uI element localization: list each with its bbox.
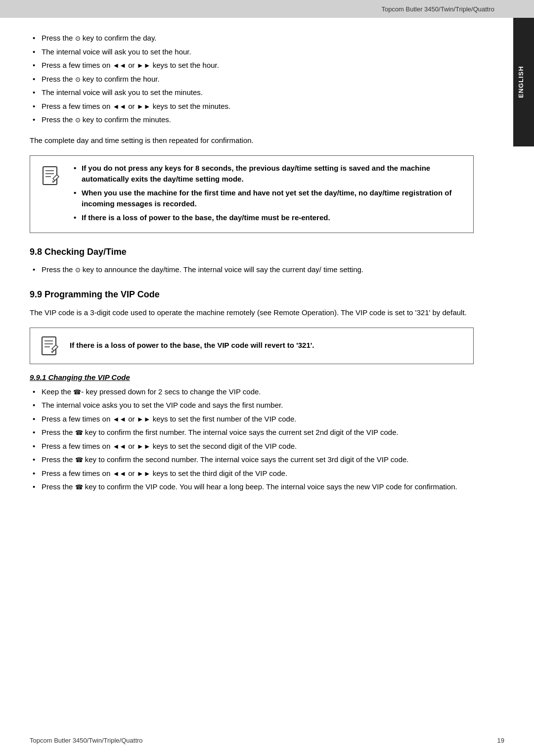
- vip-note-box: If there is a loss of power to the base,…: [30, 328, 474, 364]
- section-9-9-number: 9.9: [30, 289, 42, 299]
- section-9-8-heading: 9.8 Checking Day/Time: [30, 247, 474, 257]
- bullet-item: Press a few times on ◄◄ or ►► keys to se…: [30, 101, 474, 112]
- bullet-item: Keep the ☎- key pressed down for 2 secs …: [30, 386, 474, 398]
- bullet-item: Press a few times on ◄◄ or ►► keys to se…: [30, 414, 474, 425]
- bullet-item: Press the ⊙ key to confirm the hour.: [30, 74, 474, 85]
- section-9-9-1-list: Keep the ☎- key pressed down for 2 secs …: [30, 386, 474, 493]
- bullet-item: The internal voice will ask you to set t…: [30, 87, 474, 98]
- section-9-8-title: Checking Day/Time: [44, 247, 127, 257]
- bullet-item: Press the ☎ key to confirm the second nu…: [30, 454, 474, 466]
- vip-note-text: If there is a loss of power to the base,…: [70, 340, 314, 351]
- section-9-9-heading: 9.9 Programming the VIP Code: [30, 289, 474, 300]
- completion-text: The complete day and time setting is the…: [30, 135, 474, 146]
- top-header: Topcom Butler 3450/Twin/Triple/Quattro: [0, 0, 534, 18]
- bullet-item: The internal voice will ask you to set t…: [30, 47, 474, 58]
- footer: Topcom Butler 3450/Twin/Triple/Quattro 1…: [30, 737, 504, 744]
- section-9-9-1-heading: 9.9.1 Changing the VIP Code: [30, 373, 474, 381]
- main-content: Press the ⊙ key to confirm the day. The …: [0, 18, 513, 517]
- note-box: If you do not press any keys for 8 secon…: [30, 155, 474, 234]
- page-container: Topcom Butler 3450/Twin/Triple/Quattro E…: [0, 0, 534, 756]
- bullet-item: Press the ☎ key to confirm the first num…: [30, 427, 474, 438]
- svg-rect-6: [42, 337, 56, 355]
- note-bullet: When you use the machine for the first t…: [72, 188, 465, 210]
- vip-note-icon: [38, 334, 62, 358]
- section-9-9-paragraph: The VIP code is a 3-digit code used to o…: [30, 307, 474, 319]
- section-9-9-title: Programming the VIP Code: [44, 289, 160, 299]
- bullet-item: Press a few times on ◄◄ or ►► keys to se…: [30, 441, 474, 452]
- intro-bullet-list: Press the ⊙ key to confirm the day. The …: [30, 33, 474, 126]
- svg-rect-0: [43, 167, 57, 185]
- bullet-item: Press a few times on ◄◄ or ►► keys to se…: [30, 468, 474, 479]
- note-content: If you do not press any keys for 8 secon…: [72, 163, 465, 226]
- note-bullet: If you do not press any keys for 8 secon…: [72, 163, 465, 185]
- bullet-item: Press the ⊙ key to confirm the minutes.: [30, 114, 474, 126]
- bullet-item: Press a few times on ◄◄ or ►► keys to se…: [30, 60, 474, 71]
- section-9-8-list: Press the ⊙ key to announce the day/time…: [30, 264, 474, 276]
- note-bullet: If there is a loss of power to the base,…: [72, 212, 465, 224]
- footer-right: 19: [497, 737, 504, 744]
- bullet-item: Press the ⊙ key to confirm the day.: [30, 33, 474, 44]
- bullet-item: Press the ☎ key to confirm the VIP code.…: [30, 481, 474, 493]
- footer-left: Topcom Butler 3450/Twin/Triple/Quattro: [30, 737, 143, 744]
- english-tab: ENGLISH: [513, 18, 534, 146]
- bullet-item: The internal voice asks you to set the V…: [30, 400, 474, 411]
- bullet-item: Press the ⊙ key to announce the day/time…: [30, 264, 474, 276]
- note-icon: [38, 163, 64, 189]
- section-9-8-number: 9.8: [30, 247, 42, 257]
- header-title: Topcom Butler 3450/Twin/Triple/Quattro: [381, 5, 494, 13]
